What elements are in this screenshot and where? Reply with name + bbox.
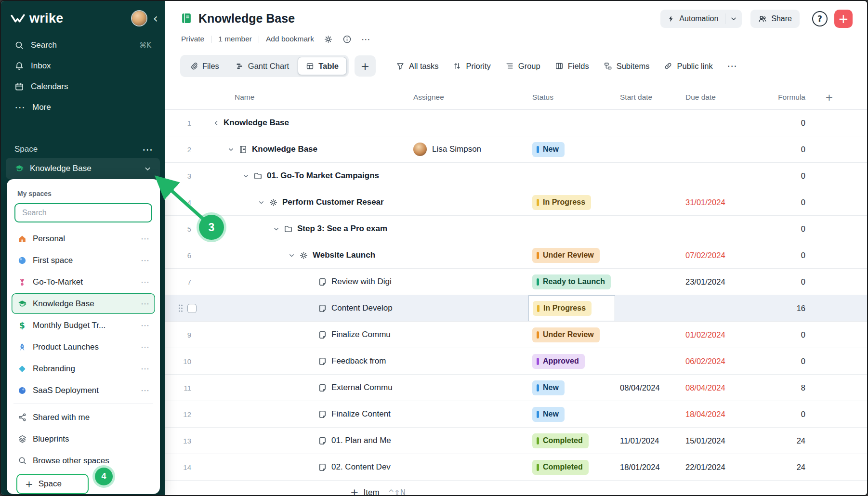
chevron-down-icon[interactable] <box>228 146 234 153</box>
filter-all-tasks[interactable]: All tasks <box>396 62 438 71</box>
item-more-icon[interactable]: ⋯ <box>141 255 149 265</box>
status-badge[interactable]: Under Review <box>532 327 600 342</box>
name-cell[interactable]: 01. Go-To Market Campaigns <box>203 163 409 189</box>
search-input[interactable] <box>21 208 145 218</box>
table-row[interactable]: 4 Perform Customer Resear In Progress 31… <box>165 189 867 216</box>
due-date-cell[interactable]: 01/02/2024 <box>678 330 745 339</box>
column-header-assignee[interactable]: Assignee <box>409 93 528 102</box>
column-header-name[interactable]: Name <box>203 93 409 102</box>
formula-cell[interactable]: 0 <box>745 330 813 339</box>
browse-other-spaces-item[interactable]: Browse other spaces <box>12 450 155 471</box>
fields-button[interactable]: Fields <box>555 62 589 71</box>
space-item-knowledge-base[interactable]: Knowledge Base ⋯ <box>12 293 155 314</box>
start-date-cell[interactable]: 08/04/2024 <box>615 383 678 392</box>
due-date-cell[interactable]: 22/01/2024 <box>678 463 745 472</box>
popup-search-box[interactable] <box>14 203 152 222</box>
status-cell[interactable]: Under Review <box>528 322 615 348</box>
user-avatar[interactable] <box>132 11 146 26</box>
tools-more-icon[interactable]: ⋯ <box>727 60 737 72</box>
formula-cell[interactable]: 0 <box>745 251 813 260</box>
name-cell[interactable]: 01. Plan and Me <box>203 428 409 454</box>
status-cell[interactable]: Under Review <box>528 242 615 268</box>
due-date-cell[interactable]: 18/04/2024 <box>678 410 745 419</box>
space-item-saas-deployment[interactable]: SaaS Deployment ⋯ <box>12 380 155 401</box>
status-cell[interactable] <box>528 163 615 189</box>
table-row-selected[interactable]: Content Develop In Progress 16 <box>165 295 867 322</box>
item-more-icon[interactable]: ⋯ <box>141 277 149 287</box>
column-header-formula[interactable]: Formula <box>745 93 813 102</box>
table-row[interactable]: 9 Finalize Commu Under Review 01/02/2024… <box>165 322 867 348</box>
share-button[interactable]: Share <box>750 10 800 28</box>
row-checkbox[interactable] <box>187 304 197 313</box>
members-label[interactable]: 1 member <box>218 35 252 43</box>
assignee-cell[interactable] <box>409 322 528 348</box>
chevron-left-icon[interactable] <box>213 120 219 126</box>
add-bookmark-link[interactable]: Add bookmark <box>266 35 314 43</box>
formula-cell[interactable]: 0 <box>745 118 813 128</box>
subitems-button[interactable]: Subitems <box>604 62 650 71</box>
tab-gantt-chart[interactable]: Gantt Chart <box>228 57 297 75</box>
name-cell[interactable]: Knowledge Base <box>203 136 409 162</box>
table-row[interactable]: 14 02. Content Dev Completed 18/01/2024 … <box>165 454 867 481</box>
name-cell[interactable]: Knowledge Base <box>203 110 409 136</box>
item-more-icon[interactable]: ⋯ <box>141 364 149 374</box>
space-item-personal[interactable]: Personal ⋯ <box>12 228 155 249</box>
automation-chevron-button[interactable] <box>725 15 742 22</box>
item-more-icon[interactable]: ⋯ <box>141 385 149 395</box>
drag-handle-icon[interactable] <box>178 304 183 313</box>
item-more-icon[interactable]: ⋯ <box>141 342 149 352</box>
status-badge[interactable]: Completed <box>532 433 589 448</box>
public-link-button[interactable]: Public link <box>664 62 712 71</box>
formula-cell[interactable]: 8 <box>745 383 813 392</box>
sidebar-item-inbox[interactable]: Inbox <box>6 55 160 76</box>
name-cell[interactable]: 02. Content Dev <box>203 454 409 480</box>
status-cell[interactable]: Completed <box>528 428 615 454</box>
status-cell[interactable]: Ready to Launch <box>528 269 615 295</box>
space-item-rebranding[interactable]: Rebranding ⋯ <box>12 358 155 379</box>
assignee-cell[interactable] <box>409 216 528 242</box>
status-badge[interactable]: New <box>532 407 565 422</box>
column-header-start-date[interactable]: Start date <box>615 93 678 102</box>
name-cell[interactable]: Content Develop <box>203 295 409 321</box>
assignee-cell[interactable] <box>409 375 528 401</box>
info-icon[interactable] <box>342 35 352 44</box>
table-row[interactable]: 10 Feedback from Approved 06/02/2024 0 <box>165 348 867 375</box>
blueprints-item[interactable]: Blueprints <box>12 429 155 449</box>
space-item-go-to-market[interactable]: Go-To-Market ⋯ <box>12 272 155 292</box>
assignee-cell[interactable] <box>409 110 528 136</box>
formula-cell[interactable]: 24 <box>745 436 813 445</box>
status-badge[interactable]: Approved <box>532 354 585 369</box>
add-view-button[interactable]: + <box>355 55 376 77</box>
automation-button[interactable]: Automation <box>660 10 725 28</box>
add-button[interactable]: + <box>834 10 853 28</box>
assignee-cell[interactable] <box>409 454 528 480</box>
item-more-icon[interactable]: ⋯ <box>141 234 149 244</box>
assignee-cell[interactable] <box>409 295 528 321</box>
status-cell[interactable]: In Progress <box>528 189 615 215</box>
sidebar-collapse-icon[interactable]: ‹ <box>153 12 158 25</box>
group-button[interactable]: Group <box>505 62 540 71</box>
status-cell-selected[interactable]: In Progress <box>528 295 615 321</box>
formula-cell[interactable]: 0 <box>745 224 813 234</box>
status-cell[interactable]: Approved <box>528 348 615 374</box>
table-row[interactable]: 2 Knowledge Base Lisa Simpson New 0 <box>165 136 867 163</box>
status-badge[interactable]: New <box>532 142 565 157</box>
sidebar-item-search[interactable]: Search ⌘K <box>6 35 160 55</box>
start-date-cell[interactable]: 11/01/2024 <box>615 436 678 445</box>
wrike-logo[interactable]: wrike <box>11 11 64 26</box>
add-item-row[interactable]: + Item ^⇧N <box>165 481 867 496</box>
formula-cell[interactable]: 24 <box>745 463 813 472</box>
status-cell[interactable]: New <box>528 136 615 162</box>
table-row[interactable]: 1 Knowledge Base 0 <box>165 110 867 136</box>
due-date-cell[interactable]: 06/02/2024 <box>678 357 745 366</box>
assignee-cell[interactable] <box>409 401 528 427</box>
status-cell[interactable] <box>528 110 615 136</box>
name-cell[interactable]: Finalize Content <box>203 401 409 427</box>
status-cell[interactable]: Completed <box>528 454 615 480</box>
status-cell[interactable]: New <box>528 375 615 401</box>
name-cell[interactable]: Review with Digi <box>203 269 409 295</box>
chevron-down-icon[interactable] <box>258 199 264 206</box>
column-header-status[interactable]: Status <box>528 93 615 102</box>
name-cell[interactable]: External Commu <box>203 375 409 401</box>
add-column-button[interactable]: + <box>813 91 867 103</box>
